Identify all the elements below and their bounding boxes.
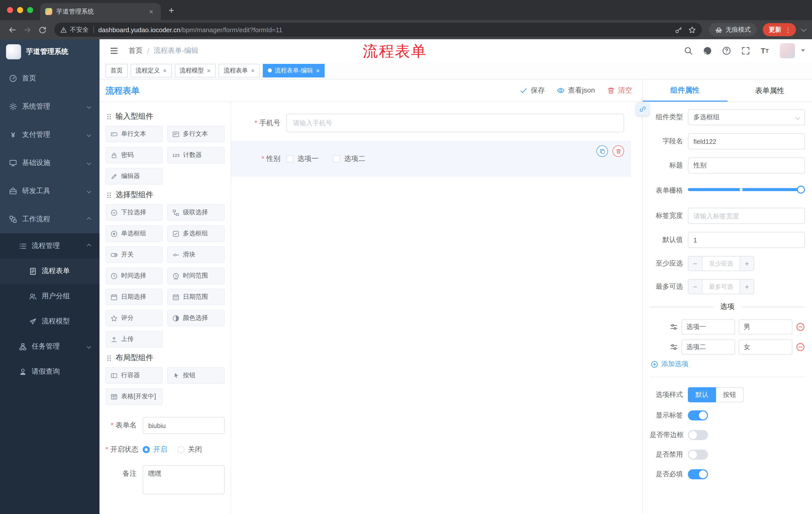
back-button[interactable] — [5, 23, 19, 37]
palette-item-date-picker[interactable]: 日期选择 — [106, 289, 163, 305]
forward-button[interactable] — [20, 23, 34, 37]
palette-item-time-picker[interactable]: 时间选择 — [106, 268, 163, 284]
palette-item-time-range[interactable]: 时间范围 — [167, 268, 225, 284]
tag-home[interactable]: 首页 — [106, 64, 127, 77]
gender-checkbox-option2[interactable]: 选项二 — [333, 154, 365, 163]
sidebar-item-task-management[interactable]: 任务管理 — [0, 334, 99, 359]
palette-item-radio-group[interactable]: 单选框组 — [106, 225, 163, 242]
tab-form-props[interactable]: 表单属性 — [727, 79, 812, 102]
palette-item-cascade[interactable]: 级联选择 — [167, 204, 225, 221]
checkbox-icon[interactable] — [333, 155, 340, 162]
bookmark-star-icon[interactable] — [688, 26, 696, 33]
help-button[interactable] — [719, 43, 735, 58]
stepper-minus-button[interactable]: − — [688, 256, 702, 271]
label-width-input[interactable] — [688, 208, 805, 224]
stepper-plus-button[interactable]: + — [740, 280, 754, 294]
address-bar[interactable]: 不安全 dashboard.yudao.iocoder.cn/bpm/manag… — [54, 23, 702, 37]
breadcrumb-home[interactable]: 首页 — [128, 46, 143, 55]
new-tab-button[interactable]: + — [164, 3, 179, 18]
sidebar-item-workflow[interactable]: 工作流程 — [0, 205, 99, 233]
zoom-window-button[interactable] — [27, 7, 33, 13]
form-name-input[interactable] — [143, 417, 225, 434]
stepper-value[interactable]: 至少应选 — [702, 256, 740, 271]
tag-process-form-edit-active[interactable]: 流程表单-编辑 × — [263, 64, 325, 77]
tag-process-definition[interactable]: 流程定义 × — [130, 64, 172, 77]
view-json-button[interactable]: 查看json — [557, 86, 595, 95]
browser-menu-icon[interactable]: ⋮ — [785, 26, 791, 33]
close-window-button[interactable] — [7, 7, 13, 13]
sidebar-item-payment[interactable]: ¥ 支付管理 — [0, 121, 99, 149]
style-default-button[interactable]: 默认 — [688, 387, 716, 402]
disabled-toggle[interactable] — [688, 450, 708, 460]
stepper-plus-button[interactable]: + — [740, 256, 754, 271]
security-status[interactable]: 不安全 — [60, 25, 89, 34]
sidebar-item-process-model[interactable]: 流程模型 — [0, 309, 99, 334]
checkbox-icon[interactable] — [286, 155, 293, 162]
remove-option-button[interactable] — [796, 343, 805, 352]
default-value-input[interactable] — [688, 232, 805, 248]
clear-button[interactable]: 清空 — [607, 86, 632, 95]
stepper-value[interactable]: 最多可选 — [702, 280, 740, 294]
avatar[interactable] — [780, 43, 795, 58]
option-label-input[interactable] — [682, 319, 735, 334]
slider-track[interactable] — [688, 188, 801, 191]
palette-item-counter[interactable]: 123 计数器 — [167, 147, 225, 163]
sidebar-item-dev-tools[interactable]: 研发工具 — [0, 177, 99, 205]
reload-button[interactable] — [35, 23, 49, 37]
palette-item-slider[interactable]: 滑块 — [167, 246, 225, 263]
remove-option-button[interactable] — [796, 322, 805, 331]
drag-handle-icon[interactable] — [670, 323, 678, 331]
palette-item-single-line-text[interactable]: 单行文本 — [106, 126, 163, 142]
tag-process-model[interactable]: 流程模型 × — [175, 64, 215, 77]
sidebar-item-system[interactable]: 系统管理 — [0, 92, 99, 121]
password-key-icon[interactable] — [675, 26, 683, 33]
sidebar-item-process-management[interactable]: 流程管理 — [0, 233, 99, 259]
option-value-input[interactable] — [738, 340, 792, 355]
component-type-select[interactable] — [688, 109, 805, 125]
delete-component-button[interactable] — [612, 145, 624, 157]
close-icon[interactable]: × — [251, 67, 255, 74]
avatar-caret-icon[interactable] — [801, 49, 805, 52]
stepper-minus-button[interactable]: − — [688, 280, 702, 294]
border-toggle[interactable] — [688, 430, 708, 440]
title-input[interactable] — [688, 157, 805, 173]
font-size-button[interactable]: TT — [757, 43, 773, 58]
form-remark-textarea[interactable]: 嘿嘿 — [143, 465, 225, 494]
sidebar-item-infrastructure[interactable]: 基础设施 — [0, 149, 99, 177]
close-icon[interactable]: × — [163, 67, 167, 74]
browser-tab[interactable]: 芋道管理系统 × — [40, 3, 161, 20]
palette-item-rate[interactable]: 评分 — [106, 310, 163, 326]
close-icon[interactable]: × — [316, 67, 320, 74]
canvas-field-gender-selected[interactable]: 性别 选项一 选项二 — [231, 141, 631, 177]
palette-item-table[interactable]: 表格[开发中] — [106, 388, 163, 405]
show-label-toggle[interactable] — [688, 410, 708, 421]
palette-item-switch[interactable]: 开关 — [106, 246, 163, 263]
palette-item-date-range[interactable]: 日期范围 — [167, 289, 225, 305]
palette-item-button[interactable]: 按钮 — [167, 367, 225, 384]
drag-handle-icon[interactable] — [670, 343, 678, 351]
chevron-down-icon[interactable] — [801, 26, 807, 32]
close-tab-icon[interactable]: × — [147, 7, 156, 16]
phone-input[interactable] — [286, 114, 624, 132]
fullscreen-button[interactable] — [737, 43, 754, 58]
status-radio-on[interactable]: 开启 — [143, 445, 167, 454]
add-option-button[interactable]: 添加选项 — [651, 360, 805, 369]
update-browser-button[interactable]: 更新 ⋮ — [763, 23, 796, 36]
field-name-input[interactable] — [688, 133, 805, 150]
palette-item-dropdown[interactable]: 下拉选择 — [106, 204, 163, 221]
required-toggle[interactable] — [688, 469, 708, 479]
copy-component-button[interactable] — [597, 145, 608, 157]
link-anchor-button[interactable] — [636, 103, 649, 116]
canvas-field-phone[interactable]: 手机号 — [231, 108, 642, 138]
sidebar-item-user-group[interactable]: 用户分组 — [0, 283, 99, 309]
style-button-button[interactable]: 按钮 — [716, 387, 744, 402]
gender-checkbox-option1[interactable]: 选项一 — [286, 154, 319, 163]
save-button[interactable]: 保存 — [520, 86, 545, 95]
option-label-input[interactable] — [682, 340, 735, 355]
sidebar-item-process-form[interactable]: 流程表单 — [0, 259, 99, 283]
sidebar-toggle-button[interactable] — [107, 43, 122, 58]
palette-item-editor[interactable]: 编辑器 — [106, 168, 163, 185]
sidebar-item-home[interactable]: 首页 — [0, 64, 99, 92]
option-value-input[interactable] — [738, 319, 792, 334]
status-radio-off[interactable]: 关闭 — [177, 445, 202, 454]
